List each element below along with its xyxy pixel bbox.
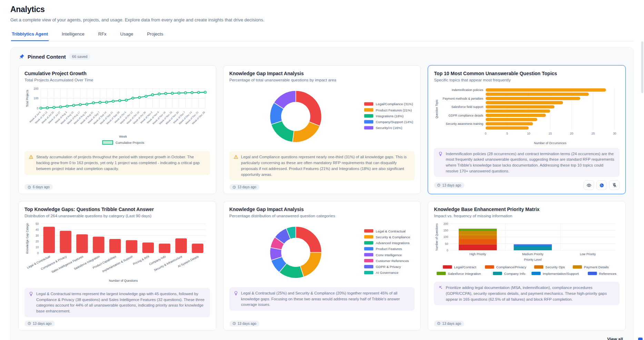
card-footer: 13 days ago [434,177,620,190]
insight-text: Legal & Contractual terms represent the … [36,291,206,314]
lightbulb-icon [438,151,443,156]
clock-icon [437,322,440,325]
svg-text:0: 0 [37,107,39,110]
svg-text:Security/AI (16%): Security/AI (16%) [376,126,402,130]
card-subtitle: Percentage distribution of unanswered qu… [229,213,415,218]
svg-text:Payment methods & penalties: Payment methods & penalties [443,97,484,100]
svg-text:Number of Questions: Number of Questions [109,279,138,282]
svg-text:30: 30 [36,234,39,237]
svg-text:Security & Infrastructure: Security & Infrastructure [153,255,183,272]
svg-text:25: 25 [592,132,595,135]
saved-count-badge: 66 saved [69,53,91,60]
card-priority-matrix[interactable]: Knowledge Base Enhancement Priority Matr… [428,201,626,330]
analytics-page: Analytics Get a complete view of your ag… [0,0,644,340]
svg-text:Total Projects: Total Projects [26,90,29,107]
donut-chart-question-categories: Legal & ContractualSecurity & Compliance… [229,221,415,285]
svg-text:Knowledge Gap Catego: Knowledge Gap Catego [26,223,29,254]
svg-text:20: 20 [36,240,39,243]
card-footer: 13 days ago [434,317,620,327]
card-footer: 13 days ago [229,181,415,190]
svg-text:Implementation & Support: Implementation & Support [102,255,133,273]
unpin-button[interactable] [609,180,620,190]
lightbulb-icon [234,291,238,296]
view-all-button[interactable]: View all [604,336,626,340]
view-button[interactable] [584,180,594,190]
pin-slash-icon [612,183,617,188]
clock-icon [28,186,31,189]
insight-text: Steady accumulation of projects througho… [36,154,206,171]
svg-text:High Priority: High Priority [469,252,486,256]
svg-text:AI Governance: AI Governance [376,271,398,275]
svg-text:Legal/Contract: Legal/Contract [454,266,476,269]
tab-rfx[interactable]: RFx [98,29,107,41]
timestamp-badge: 6 days ago [24,184,53,190]
warning-icon [29,154,33,159]
pinned-content-panel: Pinned Content 66 saved Cumulative Proje… [10,47,634,340]
tab-usage[interactable]: Usage [120,29,134,41]
eye-icon [586,183,592,188]
warning-icon [234,154,238,159]
lightbulb-icon [29,291,33,296]
card-title: Knowledge Gap Impact Analysis [229,71,415,76]
tab-intelligence[interactable]: Intelligence [61,29,85,41]
tab-tribblytics-agent[interactable]: Tribblytics Agent [11,29,49,41]
svg-text:10: 10 [527,132,531,135]
insight-box: Legal & Contractual (25%) and Security &… [229,287,415,311]
card-top10-unanswerable-topics[interactable]: Top 10 Most Common Unanswerable Question… [428,65,626,194]
card-title: Knowledge Base Enhancement Priority Matr… [434,207,620,212]
svg-text:50: 50 [445,242,448,246]
svg-text:Week: Week [119,135,127,138]
card-footer: 6 days ago [24,181,210,190]
card-top-knowledge-gaps[interactable]: Top Knowledge Gaps: Questions Tribble Ca… [18,201,216,330]
svg-text:Pricing & ROI: Pricing & ROI [132,255,150,266]
svg-text:Advanced Integrations: Advanced Integrations [376,241,409,245]
svg-text:0: 0 [485,132,487,135]
scrollbar-thumb[interactable] [641,41,643,93]
clock-icon [232,322,236,325]
tab-projects[interactable]: Projects [146,29,164,41]
chat-widget-corner[interactable] [638,338,643,340]
svg-text:Number of Questions: Number of Questions [435,223,438,251]
svg-text:Product Features (21%): Product Features (21%) [376,108,412,112]
clock-icon [232,186,236,189]
pinned-content-title: Pinned Content [28,54,66,60]
card-title: Knowledge Gap Impact Analysis [229,207,415,212]
svg-text:Company/Support (14%): Company/Support (14%) [376,120,413,124]
card-subtitle: Distribution of 264 unanswerable questio… [24,213,210,218]
svg-text:10: 10 [36,246,39,249]
clock-icon [437,183,440,187]
insight-text: Legal and Compliance questions represent… [241,154,411,177]
page-subtitle: Get a complete view of your agents, proj… [10,17,634,22]
svg-text:Customer References: Customer References [376,259,409,263]
svg-text:30: 30 [613,132,617,135]
svg-text:Security awareness training: Security awareness training [446,122,484,126]
donut-chart-impact-areas: Legal/Compliance (31%)Product Features (… [229,85,415,149]
svg-text:Legal/Compliance (31%): Legal/Compliance (31%) [376,102,413,106]
card-actions [584,180,620,190]
insight-text: Indemnification policies (28 occurrences… [446,151,615,174]
svg-text:Number of Occurrences: Number of Occurrences [534,141,567,145]
timestamp-badge: 13 days ago [434,321,464,327]
svg-text:Medium Priority: Medium Priority [522,252,544,256]
card-subtitle: Specific topics that appear most frequen… [434,78,620,82]
hbar-chart-question-topics: 051015202530Indemnification policiesPaym… [434,85,620,146]
svg-text:GDPR compliance details: GDPR compliance details [448,114,484,117]
svg-text:15: 15 [549,132,552,135]
svg-text:Security & Compliance: Security & Compliance [376,235,410,239]
ai-assistant-button[interactable] [596,180,607,190]
svg-text:Sales Intelligence Features: Sales Intelligence Features [51,255,84,274]
svg-text:Integrations (18%): Integrations (18%) [376,114,404,118]
bar-chart-knowledge-gaps: 01020304050Legal & ContractualCompliance… [24,221,210,286]
svg-text:Payment Details: Payment Details [584,266,609,269]
card-knowledge-gap-impact-2[interactable]: Knowledge Gap Impact Analysis Percentage… [223,201,421,330]
view-all-row: View all [18,336,626,340]
svg-text:GDPR & Privacy: GDPR & Privacy [376,265,401,269]
svg-text:Question Topic: Question Topic [435,99,438,118]
card-cumulative-project-growth[interactable]: Cumulative Project Growth Total Projects… [18,65,216,194]
insight-box: Steady accumulation of projects througho… [24,151,210,174]
svg-text:Security Ops: Security Ops [545,266,565,269]
card-title: Top Knowledge Gaps: Questions Tribble Ca… [24,207,210,212]
insight-text: Legal & Contractual (25%) and Security &… [241,290,411,308]
card-knowledge-gap-impact-1[interactable]: Knowledge Gap Impact Analysis Percentage… [223,65,421,194]
timestamp-badge: 13 days ago [24,321,55,327]
